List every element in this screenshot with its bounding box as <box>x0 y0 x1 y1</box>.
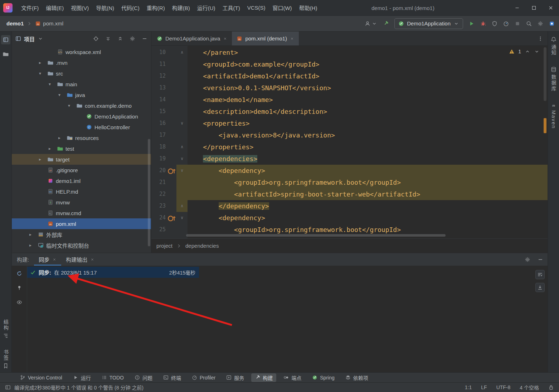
breadcrumb-root[interactable]: project <box>156 243 172 249</box>
expand-all-icon[interactable] <box>105 36 111 42</box>
tree-item-test[interactable]: ▸test <box>12 143 151 154</box>
tree-item-item[interactable]: ▸外部库 <box>12 229 151 240</box>
menu-item[interactable]: 编辑(E) <box>42 2 67 13</box>
tree-item-mvn[interactable]: ▸.mvn <box>12 57 151 68</box>
chevron-expanded-icon[interactable]: ▾ <box>38 71 48 76</box>
stripe-button-item[interactable]: 书签 <box>2 349 9 369</box>
tree-item-help-md[interactable]: MDHELP.md <box>12 186 151 197</box>
fold-up-icon[interactable]: ∧ <box>176 200 188 212</box>
code-line-15[interactable]: 15 <description>demo1</description> <box>151 106 548 117</box>
chevron-expanded-icon[interactable]: ▾ <box>57 92 67 97</box>
code-line-23[interactable]: 23∧ </dependency> <box>151 200 548 212</box>
line-number[interactable]: 17 <box>151 129 167 141</box>
line-number[interactable]: 20 <box>151 165 167 176</box>
indent-setting[interactable]: 4 个空格 <box>520 384 539 391</box>
menu-item[interactable]: 运行(U) <box>194 2 219 13</box>
tree-item-java[interactable]: ▾java <box>12 89 151 100</box>
chevron-expanded-icon[interactable]: ▾ <box>47 82 57 87</box>
toolwindow-button-item[interactable]: 服务 <box>223 373 248 382</box>
lock-icon[interactable] <box>548 384 554 390</box>
breadcrumb-project[interactable]: demo1 <box>6 20 24 26</box>
toolwindow-button-item[interactable]: 终端 <box>160 373 185 382</box>
layout-icon[interactable] <box>5 384 11 390</box>
line-number[interactable]: 25 <box>151 224 167 236</box>
breadcrumb-leaf[interactable]: dependencies <box>185 243 219 249</box>
menu-item[interactable]: 窗口(W) <box>269 2 295 13</box>
chevron-collapsed-icon[interactable]: ▸ <box>38 60 48 65</box>
stripe-button-maven[interactable]: mMaven <box>551 102 556 129</box>
toolwindow-button-version-control[interactable]: Version Control <box>16 373 66 382</box>
gear-icon[interactable] <box>525 257 530 262</box>
build-hammer-icon[interactable] <box>383 21 389 26</box>
menu-item[interactable]: VCS(S) <box>244 3 269 13</box>
line-number[interactable]: 22 <box>151 188 167 200</box>
line-number[interactable]: 23 <box>151 200 167 212</box>
gutter-change-up-icon[interactable] <box>167 212 176 224</box>
tree-item-com-example-demo[interactable]: ▾com.example.demo <box>12 100 151 111</box>
chevron-collapsed-icon[interactable]: ▸ <box>38 157 48 162</box>
line-number[interactable]: 10 <box>151 47 167 58</box>
project-stripe-button[interactable] <box>1 35 10 44</box>
code-line-13[interactable]: 13 <version>0.0.1-SNAPSHOT</version> <box>151 82 548 94</box>
pin-icon[interactable] <box>16 285 22 291</box>
fold-down-icon[interactable]: ∨ <box>176 117 188 129</box>
debug-button[interactable] <box>480 21 486 26</box>
gutter-change-up-icon[interactable] <box>167 165 176 176</box>
scroll-to-end-button[interactable] <box>535 283 545 292</box>
tree-item-demo1-iml[interactable]: demo1.iml <box>12 175 151 186</box>
build-tab-item[interactable]: 构建输出 <box>61 253 99 266</box>
tab-pom-xml-demo1[interactable]: mpom.xml (demo1) <box>232 32 299 45</box>
commit-stripe-button[interactable] <box>1 49 10 59</box>
line-number[interactable]: 24 <box>151 212 167 224</box>
menu-item[interactable]: 代码(C) <box>118 2 143 13</box>
chevron-collapsed-icon[interactable]: ▸ <box>57 135 67 140</box>
sync-icon[interactable] <box>16 271 22 276</box>
minimize-button[interactable] <box>509 0 525 16</box>
tab-close-icon[interactable] <box>52 257 57 262</box>
chevron-collapsed-icon[interactable]: ▸ <box>28 232 38 237</box>
chevron-down-icon[interactable] <box>38 36 43 42</box>
line-number[interactable]: 11 <box>151 58 167 70</box>
editor-horizontal-scrollbar[interactable] <box>186 234 446 237</box>
tree-item-target[interactable]: ▸target <box>12 154 151 165</box>
tree-item-mvnw[interactable]: $mvnw <box>12 197 151 208</box>
chevron-collapsed-icon[interactable]: ▸ <box>47 146 57 151</box>
breadcrumb-file[interactable]: pom.xml <box>43 20 63 26</box>
editor-vertical-scrollbar[interactable] <box>543 46 548 238</box>
menu-item[interactable]: 帮助(H) <box>296 2 321 13</box>
ide-settings-icon[interactable] <box>549 21 555 26</box>
code-line-11[interactable]: 11 <groupId>com.example</groupId> <box>151 58 548 70</box>
code-line-19[interactable]: 19∨ <dependencies> <box>151 153 548 165</box>
tree-item-resources[interactable]: ▸resources <box>12 132 151 143</box>
code-line-18[interactable]: 18∧ </properties> <box>151 141 548 153</box>
close-button[interactable] <box>542 0 559 16</box>
toolwindow-button-profiler[interactable]: Profiler <box>188 373 219 382</box>
code-line-17[interactable]: 17 <java.version>8</java.version> <box>151 129 548 141</box>
code-line-12[interactable]: 12 <artifactId>demo1</artifactId> <box>151 70 548 82</box>
menu-item[interactable]: 导航(N) <box>92 2 118 13</box>
toolwindow-button-item[interactable]: 构建 <box>251 373 276 382</box>
build-tab-item[interactable]: 同步 <box>34 253 61 266</box>
toolwindow-button-item[interactable]: 端点 <box>280 373 305 382</box>
line-number[interactable]: 18 <box>151 141 167 153</box>
gear-icon[interactable] <box>130 36 135 42</box>
code-line-20[interactable]: 20∨ <dependency> <box>151 165 548 176</box>
code-line-16[interactable]: 16∨ <properties> <box>151 117 548 129</box>
sync-result-row[interactable]: 同步: 在 2023/6/1 15:17 2秒415毫秒 <box>27 267 199 278</box>
tree-item-item[interactable]: ▸临时文件和控制台 <box>12 240 151 251</box>
menu-item[interactable]: 视图(V) <box>67 2 92 13</box>
code-line-22[interactable]: 22 <artifactId>spring-boot-starter-web</… <box>151 188 548 200</box>
menu-item[interactable]: 重构(R) <box>143 2 169 13</box>
inspection-widget[interactable]: 1 <box>509 49 540 54</box>
tab-demo1application-java[interactable]: Demo1Application.java <box>152 32 232 45</box>
settings-gear-button[interactable] <box>538 21 543 26</box>
status-message[interactable]: 编译完成2秒380毫秒中 1 个错误 和 0 个警告 (8 分钟 之前) <box>14 384 144 391</box>
menu-item[interactable]: 构建(B) <box>169 2 194 13</box>
soft-wrap-button[interactable] <box>535 270 545 279</box>
caret-position[interactable]: 1:1 <box>465 384 472 390</box>
hide-panel-icon[interactable] <box>142 36 147 42</box>
eye-icon[interactable] <box>16 299 22 305</box>
fold-down-icon[interactable]: ∨ <box>176 212 188 224</box>
collapse-all-icon[interactable] <box>117 36 123 42</box>
fold-down-icon[interactable]: ∨ <box>176 165 188 176</box>
